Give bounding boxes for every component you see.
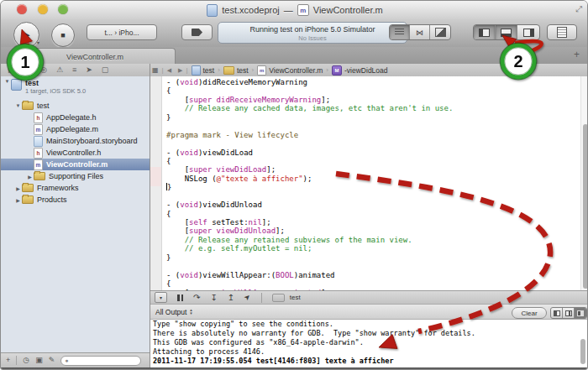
filter-field[interactable]: ●	[60, 356, 141, 366]
clear-console-button[interactable]: Clear	[512, 307, 547, 319]
pause-button[interactable]	[177, 294, 183, 301]
breadcrumb-item[interactable]: mViewController.m	[257, 65, 323, 76]
navigator-panel-icon	[479, 29, 490, 37]
console-view-button[interactable]	[575, 308, 586, 318]
xcodeproj-file-icon	[207, 4, 218, 17]
window-title-separator: —	[284, 5, 293, 15]
run-dropdown-icon[interactable]: ▾	[37, 39, 39, 45]
breakpoints-button[interactable]	[181, 24, 213, 40]
standard-editor-button[interactable]	[390, 25, 410, 39]
item-label: AppDelegate.h	[46, 113, 97, 122]
code-line: - (void)didReceiveMemoryWarning	[166, 78, 578, 86]
toggle-utilities-button[interactable]	[517, 25, 539, 39]
breadcrumb: test›test›mViewController.m›M-viewDidLoa…	[192, 65, 388, 76]
code-line: - (void)viewDidUnload	[166, 201, 578, 209]
sidebar-divider[interactable]	[150, 64, 150, 367]
filter-bar-divider	[16, 356, 17, 365]
new-tab-button[interactable]: +	[574, 49, 580, 60]
toggle-navigator-button[interactable]	[474, 25, 496, 39]
related-items-icon[interactable]: ▦	[152, 66, 159, 74]
sidebar-item-viewcontroller-h[interactable]: hViewController.h	[1, 147, 150, 159]
step-over-button[interactable]: ↷	[193, 294, 200, 302]
add-file-button[interactable]: +	[6, 357, 10, 364]
stop-button[interactable]: ■	[51, 23, 75, 47]
project-navigator: ▼test1 target, iOS SDK 5.0▼testhAppDeleg…	[1, 76, 150, 352]
console-output[interactable]: Type "show copying" to see the condition…	[150, 320, 588, 367]
window-title-project: test.xcodeproj	[222, 5, 279, 15]
item-label: test	[37, 102, 50, 110]
editor-scrollbar[interactable]	[580, 76, 588, 290]
code-line	[166, 122, 578, 130]
version-editor-button[interactable]	[430, 25, 450, 39]
organizer-button[interactable]	[547, 24, 577, 40]
editor-scrollbar-thumb[interactable]	[583, 124, 588, 289]
disclosure-triangle[interactable]: ▼	[3, 79, 11, 84]
forward-button[interactable]: ▶	[178, 67, 182, 74]
disclosure-triangle[interactable]: ▶	[26, 174, 34, 180]
toggle-debug-area-button[interactable]	[496, 25, 517, 39]
sidebar-item-test[interactable]: ▼test1 target, iOS SDK 5.0	[1, 76, 150, 100]
sidebar-item-appdelegate-m[interactable]: mAppDelegate.m	[1, 123, 150, 135]
recent-files-icon[interactable]: ◷	[23, 357, 29, 364]
project-icon	[192, 65, 201, 76]
tab-label: ViewController.m	[66, 53, 123, 61]
popup-arrows-icon: ▲▼	[189, 309, 192, 315]
hide-debug-area-button[interactable]: ▾	[155, 292, 167, 303]
log-navigator-icon[interactable]: ▢	[102, 66, 109, 74]
sidebar-item-appdelegate-h[interactable]: hAppDelegate.h	[1, 112, 150, 123]
breadcrumb-separator: ›	[326, 66, 328, 74]
step-out-button[interactable]: ↥	[228, 294, 234, 302]
item-label: Frameworks	[37, 184, 79, 192]
jump-bar-divider: |	[162, 66, 164, 74]
debug-toolbar: ▾ ↷ ↧ ↥ ➤ test	[150, 290, 588, 305]
breakpoint-navigator-icon[interactable]: ➤	[86, 66, 92, 74]
breadcrumb-item[interactable]: M-viewDidLoad	[332, 65, 388, 76]
unsaved-files-icon[interactable]: ✎	[49, 357, 55, 364]
item-label: ViewController.h	[46, 149, 101, 157]
simulate-location-button[interactable]: ➤	[243, 293, 253, 303]
run-button[interactable]: ▶ ▾	[13, 22, 39, 48]
sidebar-item-products[interactable]: ▶Products	[1, 194, 150, 206]
project-subtitle: 1 target, iOS SDK 5.0	[25, 87, 86, 95]
source-editor[interactable]: - (void)didReceiveMemoryWarning{ [super …	[150, 76, 588, 290]
variables-view-button[interactable]	[551, 308, 563, 318]
split-view-button[interactable]	[563, 308, 575, 318]
breadcrumb-item[interactable]: test	[192, 65, 215, 76]
assistant-editor-button[interactable]: ⋈	[410, 25, 430, 39]
navigator-and-jump-bar: ▤◫◎⚠≡➤▢ ▦ | ◀ ▶ | test›test›mViewControl…	[1, 64, 588, 77]
back-button[interactable]: ◀	[167, 67, 171, 74]
sidebar-item-supporting-files[interactable]: ▶Supporting Files	[1, 170, 150, 182]
debug-navigator-icon[interactable]: ≡	[72, 66, 76, 74]
process-chip	[272, 294, 285, 302]
sidebar-item-mainstoryboard-storyboard[interactable]: MainStoryboard.storyboard	[1, 135, 150, 147]
console-scrollbar-thumb[interactable]	[580, 339, 585, 364]
tab-viewcontroller[interactable]: ViewController.m	[14, 48, 176, 65]
disclosure-triangle[interactable]: ▶	[14, 197, 22, 203]
disclosure-triangle[interactable]: ▼	[14, 103, 22, 108]
project-navigator-icon[interactable]: ▤	[8, 66, 15, 74]
console-filter-popup[interactable]: All Output ▲▼	[155, 308, 193, 316]
sidebar-item-frameworks[interactable]: ▶Frameworks	[1, 182, 150, 194]
editor-gutter[interactable]	[150, 76, 162, 290]
code-line: [super viewDidUnload];	[166, 227, 578, 235]
sidebar-item-test[interactable]: ▼test	[1, 100, 150, 112]
breadcrumb-label: -viewDidLoad	[344, 66, 388, 75]
folder-icon	[22, 184, 34, 192]
filter-icon: ●	[65, 357, 68, 363]
breadcrumb-item[interactable]: test	[223, 66, 249, 75]
step-into-button[interactable]: ↧	[210, 294, 217, 302]
fullscreen-icon[interactable]: ⤢	[575, 4, 582, 14]
search-navigator-icon[interactable]: ◎	[40, 66, 47, 74]
code-line: }	[166, 113, 578, 122]
item-label: Products	[37, 195, 67, 204]
disclosure-triangle[interactable]: ▶	[14, 185, 22, 191]
xcode-window: test.xcodeproj — m ViewController.m ⤢ ▶ …	[0, 0, 588, 370]
sidebar-item-viewcontroller-m[interactable]: mViewController.m	[1, 159, 150, 170]
code-line: [self setTest:nil];	[166, 218, 578, 227]
symbol-navigator-icon[interactable]: ◫	[24, 66, 32, 74]
scheme-selector[interactable]: t... › iPho...	[87, 24, 157, 40]
issue-navigator-icon[interactable]: ⚠	[56, 66, 63, 74]
scm-status-icon[interactable]: ▣	[35, 357, 43, 364]
folder-icon	[223, 66, 234, 75]
code-line: NSLog (@"texte à afficher");	[166, 175, 578, 183]
